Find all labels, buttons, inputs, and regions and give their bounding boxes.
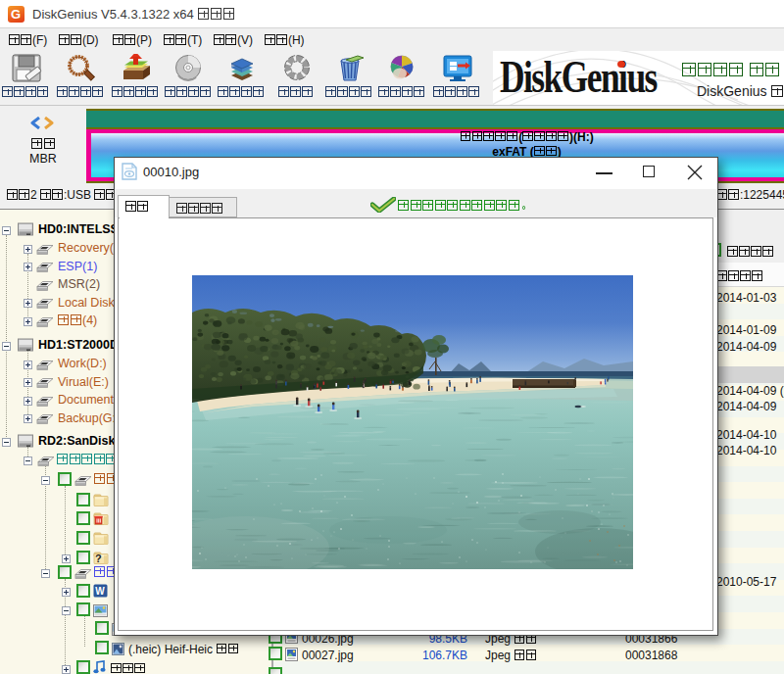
svg-text:W: W [95,586,105,597]
svg-text:?: ? [95,553,102,564]
